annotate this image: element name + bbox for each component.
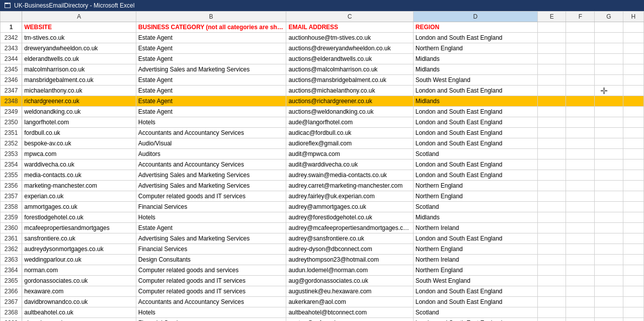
cell-empty-e	[537, 223, 566, 233]
row-number: 2361	[1, 233, 22, 244]
table-row[interactable]: 2361sansfrontiere.co.ukAdvertising Sales…	[1, 233, 644, 244]
table-row[interactable]: 2343dreweryandwheeldon.co.ukEstate Agent…	[1, 43, 644, 54]
col-header-b[interactable]: B	[136, 12, 286, 22]
cell-empty-h	[623, 297, 643, 307]
cell-empty-h	[623, 54, 643, 64]
table-row[interactable]: 2365gordonassociates.co.ukComputer relat…	[1, 276, 644, 286]
table-row[interactable]: 2364norman.comComputer related goods and…	[1, 265, 644, 276]
table-row[interactable]: 2349weldonandking.co.ukEstate Agentaucti…	[1, 107, 644, 117]
cell-empty-f	[566, 297, 595, 307]
cell-empty-e	[537, 33, 566, 43]
cell-empty-f	[566, 276, 595, 286]
cell-category: Computer related goods and services	[136, 265, 286, 276]
table-row[interactable]: 2369sherwins.co.ukFinancial Servicesaupt…	[1, 318, 644, 322]
cell-region: London and South East England	[413, 233, 537, 244]
title-bar-text: UK-BusinessEmailDirectory - Microsoft Ex…	[14, 2, 134, 9]
cell-empty-g	[595, 286, 623, 297]
table-row[interactable]: 2366hexaware.comComputer related goods a…	[1, 286, 644, 297]
cell-website: forestlodgehotel.co.uk	[22, 212, 136, 223]
cell-email: audicac@fordbull.co.uk	[286, 128, 413, 138]
row-number: 2350	[1, 117, 22, 128]
cell-empty-e	[537, 318, 566, 322]
cell-email: aultbeahotel@btconnect.com	[286, 307, 413, 318]
table-row[interactable]: 2362audreydysonmortgages.co.ukFinancial …	[1, 244, 644, 255]
table-row[interactable]: 2368aultbeahotel.co.ukHotelsaultbeahotel…	[1, 307, 644, 318]
cell-region: London and South East England	[413, 297, 537, 307]
row-number: 2358	[1, 202, 22, 212]
cell-empty-e	[537, 138, 566, 149]
table-row[interactable]: 2348richardgreener.co.ukEstate Agentauct…	[1, 96, 644, 107]
cell-website: experian.co.uk	[22, 191, 136, 202]
table-row[interactable]: 2347michaelanthony.co.ukEstate Agentauct…	[1, 86, 644, 96]
cell-email: aupton@spf.co.uk	[286, 318, 413, 322]
cell-region: London and South East England	[413, 128, 537, 138]
table-row[interactable]: 2357experian.co.ukComputer related goods…	[1, 191, 644, 202]
table-row[interactable]: 2342tm-stives.co.ukEstate Agentauctionho…	[1, 33, 644, 43]
cell-region: Northern England	[413, 244, 537, 255]
cell-category: Hotels	[136, 307, 286, 318]
col-header-e[interactable]: E	[537, 12, 566, 22]
cell-empty-g	[595, 170, 623, 181]
col-header-h[interactable]: H	[623, 12, 643, 22]
cell-empty-f	[566, 181, 595, 191]
cell-empty-f	[566, 255, 595, 265]
col-header-a[interactable]: A	[22, 12, 136, 22]
cell-region: Northern Ireland	[413, 223, 537, 233]
table-row[interactable]: 2350langorfhotel.comHotelsaude@langorfho…	[1, 117, 644, 128]
cell-empty-f	[566, 191, 595, 202]
table-row[interactable]: 2355media-contacts.co.ukAdvertising Sale…	[1, 170, 644, 181]
cell-empty-f	[566, 159, 595, 170]
cell-empty-h	[623, 255, 643, 265]
cell-empty-e	[537, 117, 566, 128]
cell-category: Hotels	[136, 212, 286, 223]
table-row[interactable]: 2360mcafeepropertiesandmortgagesEstate A…	[1, 223, 644, 233]
cell-category: Financial Services	[136, 244, 286, 255]
table-row[interactable]: 2359forestlodgehotel.co.ukHotelsaudrey@f…	[1, 212, 644, 223]
table-row[interactable]: 2353mpwca.comAuditorsaudit@mpwca.comScot…	[1, 149, 644, 159]
row-number: 2369	[1, 318, 22, 322]
cell-email: audit@warddivecha.co.uk	[286, 159, 413, 170]
col-header-g[interactable]: G	[595, 12, 623, 22]
cell-email: auctions@elderandtwells.co.uk	[286, 54, 413, 64]
cell-empty-g	[595, 107, 623, 117]
cell-category: Estate Agent	[136, 33, 286, 43]
col-header-f[interactable]: F	[566, 12, 595, 22]
col-header-d[interactable]: D	[413, 12, 537, 22]
cell-empty-f	[566, 286, 595, 297]
cell-region: Northern Ireland	[413, 255, 537, 265]
cell-category: Computer related goods and IT services	[136, 276, 286, 286]
cell-empty-f	[566, 318, 595, 322]
cell-email: audrey@sansfrontiere.co.uk	[286, 233, 413, 244]
cell-empty-g	[595, 265, 623, 276]
cell-email: audrey-dyson@dbconnect.com	[286, 244, 413, 255]
cell-email: auctions@mansbridgebalment.co.uk	[286, 75, 413, 86]
table-row[interactable]: 2363weddingparlour.co.ukDesign Consultan…	[1, 255, 644, 265]
cell-empty-e	[537, 170, 566, 181]
cell-region: London and South East England	[413, 33, 537, 43]
cell-empty-h	[623, 223, 643, 233]
row-number: 2359	[1, 212, 22, 223]
table-row[interactable]: 2346mansbridgebalment.co.ukEstate Agenta…	[1, 75, 644, 86]
cell-empty-h	[623, 191, 643, 202]
table-row[interactable]: 2354warddivecha.co.ukAccountants and Acc…	[1, 159, 644, 170]
table-row[interactable]: 2351fordbull.co.ukAccountants and Accoun…	[1, 128, 644, 138]
cell-empty-g	[595, 159, 623, 170]
table-row[interactable]: 2358ammortgages.co.ukFinancial Servicesa…	[1, 202, 644, 212]
cell-empty-g	[595, 128, 623, 138]
table-row[interactable]: 2356marketing-manchester.comAdvertising …	[1, 181, 644, 191]
col-header-c[interactable]: C	[286, 12, 413, 22]
cell-email: auctions@michaelanthony.co.uk	[286, 86, 413, 96]
table-row[interactable]: 2367davidbrownandco.co.ukAccountants and…	[1, 297, 644, 307]
cell-category: Computer related goods and IT services	[136, 286, 286, 297]
cell-website: norman.com	[22, 265, 136, 276]
cell-empty-h	[623, 107, 643, 117]
table-row[interactable]: 2344elderandtwells.co.ukEstate Agentauct…	[1, 54, 644, 64]
header-g	[595, 22, 623, 33]
cell-empty-f	[566, 223, 595, 233]
row-number: 2342	[1, 33, 22, 43]
cell-website: davidbrownandco.co.uk	[22, 297, 136, 307]
header-data-row: 1 WEBSITE BUSINESS CATEGORY (not all cat…	[1, 22, 644, 33]
table-row[interactable]: 2345malcolmharrison.co.ukAdvertising Sal…	[1, 64, 644, 75]
cell-empty-g	[595, 33, 623, 43]
table-row[interactable]: 2352bespoke-av.co.ukAudio/Visualaudioref…	[1, 138, 644, 149]
